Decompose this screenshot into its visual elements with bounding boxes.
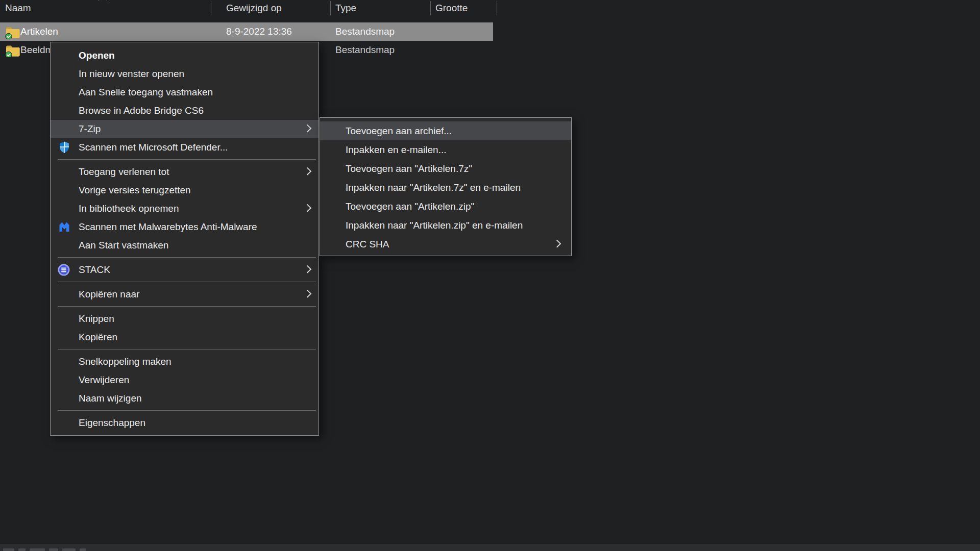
column-header-naam[interactable]: Naam: [0, 0, 31, 16]
menu-separator: [58, 349, 316, 349]
status-fragment: [30, 548, 45, 551]
menu-item-label: Verwijderen: [79, 371, 129, 389]
menu-separator: [58, 257, 316, 258]
status-fragment: [62, 548, 76, 551]
menu-item-label: Aan Start vastmaken: [79, 236, 168, 255]
folder-icon: [5, 25, 20, 39]
submenu-item-inpakken-naar-artikelen-zip[interactable]: Inpakken naar "Artikelen.zip" en e-maile…: [320, 216, 571, 235]
microsoft-defender-icon: [58, 141, 71, 154]
menu-item-verwijderen[interactable]: Verwijderen: [51, 371, 318, 389]
malwarebytes-icon: [58, 220, 71, 234]
chevron-right-icon: [304, 265, 312, 273]
menu-item-label: Naam wijzigen: [79, 389, 142, 408]
column-header-type[interactable]: Type: [330, 0, 356, 16]
menu-item-label: Kopiëren: [79, 328, 117, 346]
menu-item-label: Aan Snelle toegang vastmaken: [79, 83, 213, 102]
menu-item-label: CRC SHA: [346, 235, 389, 254]
status-fragment: [3, 548, 14, 551]
submenu-item-toevoegen-aan-artikelen-7z[interactable]: Toevoegen aan "Artikelen.7z": [320, 159, 571, 178]
menu-item-vorige-versies-terugzetten[interactable]: Vorige versies terugzetten: [51, 181, 318, 199]
column-header-grootte[interactable]: Grootte: [430, 0, 468, 16]
submenu-item-crc-sha[interactable]: CRC SHA: [320, 235, 571, 254]
submenu-item-toevoegen-aan-archief[interactable]: Toevoegen aan archief...: [320, 121, 571, 140]
menu-item-label: Inpakken naar "Artikelen.7z" en e-mailen: [346, 178, 521, 197]
column-header-gewijzigd-op[interactable]: Gewijzigd op: [221, 0, 282, 16]
menu-item-label: Eigenschappen: [79, 414, 145, 432]
menu-item-7zip[interactable]: 7-Zip: [51, 120, 318, 138]
file-name: Beeldm: [20, 41, 50, 59]
status-bar: [0, 544, 980, 551]
menu-separator: [58, 282, 316, 282]
menu-item-label: Snelkoppeling maken: [79, 353, 172, 371]
menu-item-label: Toevoegen aan "Artikelen.zip": [346, 197, 474, 216]
menu-item-label: Browse in Adobe Bridge CS6: [79, 102, 204, 120]
menu-item-stack[interactable]: STACK: [51, 261, 318, 279]
menu-item-eigenschappen[interactable]: Eigenschappen: [51, 414, 318, 432]
clipped-name-area: Beeldm: [0, 41, 50, 59]
file-modified-date: 8-9-2022 13:36: [226, 22, 292, 41]
context-menu: Openen In nieuw venster openen Aan Snell…: [50, 42, 319, 436]
submenu-7zip: Toevoegen aan archief... Inpakken en e-m…: [320, 117, 572, 256]
menu-item-snelkoppeling-maken[interactable]: Snelkoppeling maken: [51, 353, 318, 371]
column-divider[interactable]: [211, 1, 211, 15]
file-type: Bestandsmap: [335, 22, 395, 41]
menu-item-knippen[interactable]: Knippen: [51, 310, 318, 328]
menu-item-aan-start-vastmaken[interactable]: Aan Start vastmaken: [51, 236, 318, 255]
status-fragment: [80, 548, 86, 551]
menu-item-label: STACK: [79, 261, 110, 279]
menu-item-label: Vorige versies terugzetten: [79, 181, 191, 199]
menu-item-browse-in-adobe-bridge[interactable]: Browse in Adobe Bridge CS6: [51, 102, 318, 120]
menu-item-in-nieuw-venster-openen[interactable]: In nieuw venster openen: [51, 65, 318, 83]
menu-item-label: Toevoegen aan "Artikelen.7z": [346, 159, 472, 178]
sort-ascending-icon: [98, 0, 107, 5]
menu-item-label: Scannen met Microsoft Defender...: [79, 138, 228, 157]
status-fragment: [18, 548, 26, 551]
chevron-right-icon: [304, 204, 312, 212]
file-type: Bestandsmap: [335, 41, 395, 59]
column-divider[interactable]: [497, 1, 497, 15]
stack-icon: [58, 264, 71, 277]
menu-item-label: In bibliotheek opnemen: [79, 199, 179, 218]
menu-item-kopieren[interactable]: Kopiëren: [51, 328, 318, 346]
menu-item-label: Inpakken en e-mailen...: [346, 140, 447, 159]
menu-item-label: 7-Zip: [79, 120, 101, 138]
menu-item-naam-wijzigen[interactable]: Naam wijzigen: [51, 389, 318, 408]
menu-item-label: Toevoegen aan archief...: [346, 121, 452, 140]
file-name: Artikelen: [20, 22, 58, 41]
file-row-artikelen[interactable]: Artikelen 8-9-2022 13:36 Bestandsmap: [0, 22, 493, 41]
menu-item-label: Knippen: [79, 310, 114, 328]
menu-item-scannen-met-microsoft-defender[interactable]: Scannen met Microsoft Defender...: [51, 138, 318, 157]
menu-separator: [58, 159, 316, 160]
chevron-right-icon: [304, 124, 312, 133]
status-fragment: [49, 548, 58, 551]
submenu-item-inpakken-naar-artikelen-7z[interactable]: Inpakken naar "Artikelen.7z" en e-mailen: [320, 178, 571, 197]
chevron-right-icon: [553, 239, 561, 247]
menu-item-kopieren-naar[interactable]: Kopiëren naar: [51, 285, 318, 304]
submenu-item-inpakken-en-emailen[interactable]: Inpakken en e-mailen...: [320, 140, 571, 159]
column-divider[interactable]: [430, 1, 431, 15]
submenu-item-toevoegen-aan-artikelen-zip[interactable]: Toevoegen aan "Artikelen.zip": [320, 197, 571, 216]
menu-item-scannen-met-malwarebytes[interactable]: Scannen met Malwarebytes Anti-Malware: [51, 218, 318, 236]
menu-separator: [58, 410, 316, 411]
chevron-right-icon: [304, 167, 312, 176]
menu-item-label: Inpakken naar "Artikelen.zip" en e-maile…: [346, 216, 523, 235]
menu-item-label: Kopiëren naar: [79, 285, 139, 304]
menu-item-aan-snelle-toegang-vastmaken[interactable]: Aan Snelle toegang vastmaken: [51, 83, 318, 102]
menu-item-label: Scannen met Malwarebytes Anti-Malware: [79, 218, 257, 236]
chevron-right-icon: [304, 290, 312, 298]
menu-item-in-bibliotheek-opnemen[interactable]: In bibliotheek opnemen: [51, 199, 318, 218]
menu-item-label: Openen: [79, 46, 115, 65]
menu-item-openen[interactable]: Openen: [51, 46, 318, 65]
menu-item-label: Toegang verlenen tot: [79, 163, 169, 181]
menu-separator: [58, 306, 316, 307]
folder-icon: [5, 43, 20, 57]
menu-item-toegang-verlenen-tot[interactable]: Toegang verlenen tot: [51, 163, 318, 181]
menu-item-label: In nieuw venster openen: [79, 65, 184, 83]
column-divider[interactable]: [330, 1, 331, 15]
